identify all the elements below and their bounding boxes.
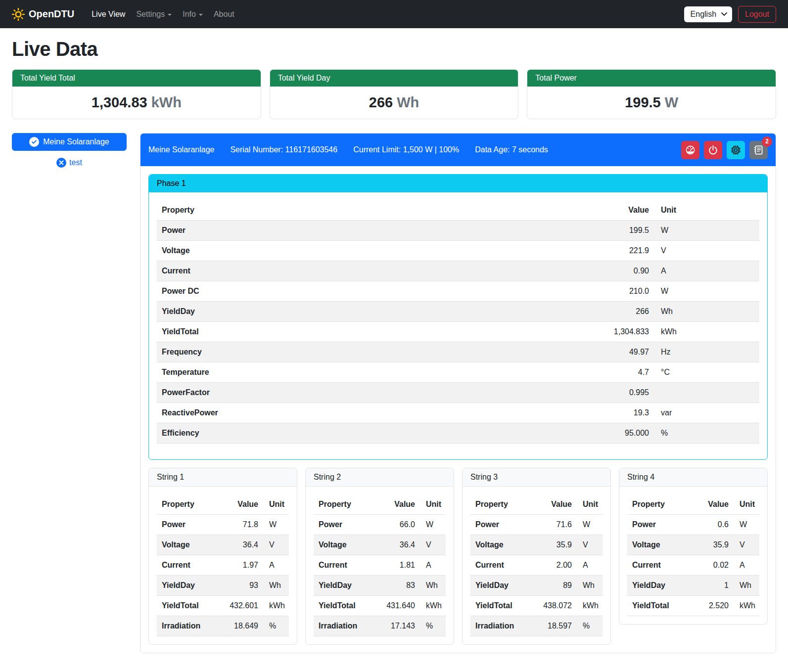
cell-property: YieldTotal	[470, 596, 538, 616]
cell-unit: °C	[653, 362, 759, 383]
page-title: Live Data	[12, 38, 776, 60]
header-value: Value	[594, 200, 653, 221]
cell-value: 19.3	[594, 403, 653, 423]
cell-value: 266	[594, 302, 653, 322]
table-row: Power71.6W	[470, 515, 603, 535]
cell-value: 432.601	[225, 596, 262, 616]
device-info-button[interactable]	[727, 141, 745, 159]
cell-value: 36.4	[381, 535, 419, 555]
inverter-sidebar: Meine Solaranlage test	[12, 133, 127, 168]
caret-down-icon	[199, 14, 203, 16]
cell-property: Voltage	[157, 535, 225, 555]
nav-info[interactable]: Info	[177, 6, 208, 23]
cell-unit: W	[419, 515, 446, 535]
string-1-card: String 1 Property Value Unit	[148, 468, 297, 645]
cell-value: 49.97	[594, 342, 653, 362]
cell-value: 0.02	[697, 555, 733, 576]
chevron-down-icon	[721, 12, 727, 16]
event-log-button[interactable]: 2	[749, 141, 768, 159]
inverter-header: Meine Solaranlage Serial Number: 1161716…	[140, 134, 776, 166]
x-circle-icon	[56, 158, 66, 168]
cell-unit: W	[653, 221, 759, 241]
table-row: Power199.5W	[157, 221, 759, 241]
cell-unit: V	[262, 535, 289, 555]
table-row: Voltage36.4V	[157, 535, 289, 555]
cell-value: 66.0	[381, 515, 419, 535]
cell-unit: W	[653, 281, 759, 302]
cell-property: Power	[314, 515, 381, 535]
cell-property: Current	[314, 555, 381, 576]
cell-value: 18.649	[225, 616, 262, 636]
table-row: Voltage36.4V	[314, 535, 446, 555]
table-row: YieldDay89Wh	[470, 576, 603, 596]
cell-property: Temperature	[157, 362, 594, 383]
table-row: Temperature4.7°C	[157, 362, 759, 383]
table-row: PowerFactor0.995	[157, 383, 759, 403]
cell-value: 17.143	[381, 616, 419, 636]
table-header-row: Property Value Unit	[627, 494, 759, 515]
cell-unit: V	[653, 241, 759, 261]
string-title: String 2	[306, 468, 454, 487]
cell-property: Current	[470, 555, 538, 576]
cell-value: 221.9	[594, 241, 653, 261]
cell-property: Power DC	[157, 281, 594, 302]
card-value: 199.5	[625, 94, 661, 110]
nav-settings[interactable]: Settings	[131, 6, 177, 23]
cell-unit: kWh	[653, 322, 759, 342]
cell-value: 0.995	[594, 383, 653, 403]
cell-value: 89	[538, 576, 576, 596]
cell-value: 93	[225, 576, 262, 596]
cell-value: 36.4	[225, 535, 262, 555]
sun-icon	[12, 8, 25, 21]
string-4-table: Property Value Unit Power0.6WVoltage35.9…	[627, 494, 759, 616]
cell-value: 199.5	[594, 221, 653, 241]
cell-property: Voltage	[157, 241, 594, 261]
check-circle-icon	[29, 137, 39, 147]
header-unit: Unit	[653, 200, 759, 221]
cell-property: YieldDay	[627, 576, 697, 596]
event-count-badge: 2	[762, 136, 772, 147]
card-unit: W	[665, 94, 678, 110]
cell-property: Irradiation	[157, 616, 225, 636]
brand-link[interactable]: OpenDTU	[12, 8, 74, 21]
logout-button[interactable]: Logout	[738, 6, 776, 23]
cell-unit: W	[262, 515, 289, 535]
nav-about[interactable]: About	[208, 6, 240, 23]
limit-settings-button[interactable]	[681, 141, 699, 159]
card-value: 1,304.83	[92, 94, 147, 110]
cell-unit: Wh	[419, 576, 446, 596]
table-header-row: Property Value Unit	[314, 494, 446, 515]
inverter-data-age: Data Age: 7 seconds	[475, 145, 548, 154]
sidebar-item-test[interactable]: test	[12, 158, 127, 168]
inverter-selected-button[interactable]: Meine Solaranlage	[12, 133, 127, 151]
cell-value: 35.9	[697, 535, 733, 555]
cell-value: 2.520	[697, 596, 733, 616]
cell-value: 1	[697, 576, 733, 596]
card-unit: Wh	[397, 94, 419, 110]
cell-value: 71.6	[538, 515, 576, 535]
power-icon	[708, 145, 718, 155]
table-row: ReactivePower19.3var	[157, 403, 759, 423]
table-row: Frequency49.97Hz	[157, 342, 759, 362]
table-row: YieldTotal432.601kWh	[157, 596, 289, 616]
table-row: Current0.02A	[627, 555, 759, 576]
cell-value: 431.640	[381, 596, 419, 616]
cell-unit: Wh	[733, 576, 759, 596]
phase-table: Property Value Unit Power199.5WVoltage22…	[157, 200, 759, 444]
table-header-row: Property Value Unit	[470, 494, 603, 515]
card-total-yield-total: Total Yield Total 1,304.83kWh	[12, 69, 261, 119]
cell-property: Power	[157, 221, 594, 241]
table-row: YieldDay93Wh	[157, 576, 289, 596]
power-settings-button[interactable]	[704, 141, 722, 159]
cell-value: 18.597	[538, 616, 576, 636]
cpu-icon	[731, 145, 741, 155]
inverter-serial: Serial Number: 116171603546	[230, 145, 337, 154]
cell-unit: W	[576, 515, 603, 535]
cell-property: Voltage	[627, 535, 697, 555]
string-2-card: String 2 Property Value Unit	[305, 468, 454, 645]
cell-unit: %	[576, 616, 603, 636]
cell-value: 1,304.833	[594, 322, 653, 342]
nav-live-view[interactable]: Live View	[86, 6, 131, 23]
language-select[interactable]: English	[684, 6, 732, 22]
cell-value: 0.90	[594, 261, 653, 281]
